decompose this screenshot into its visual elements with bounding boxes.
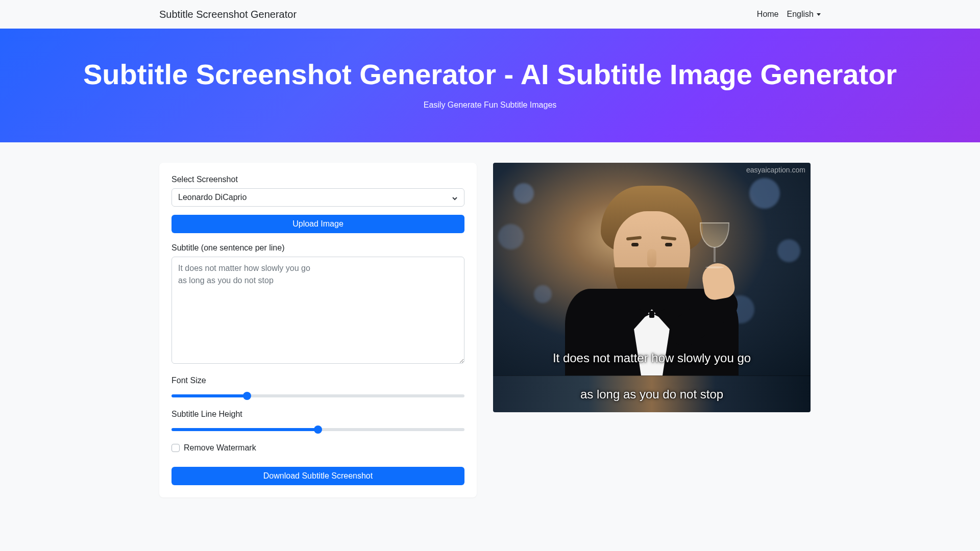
watermark-text: easyaicaption.com: [746, 166, 805, 174]
hero-subtitle: Easily Generate Fun Subtitle Images: [10, 101, 970, 110]
form-card: Select Screenshot Leonardo DiCaprio Uplo…: [159, 163, 477, 497]
subtitle-textarea[interactable]: [172, 257, 464, 364]
person-illustration: [560, 171, 744, 375]
navbar-brand[interactable]: Subtitle Screenshot Generator: [159, 9, 297, 20]
line-height-label: Subtitle Line Height: [172, 410, 464, 419]
nav-home-link[interactable]: Home: [757, 10, 779, 19]
preview-main-frame: easyaicaption.com: [493, 163, 811, 375]
font-size-slider[interactable]: [172, 394, 464, 397]
upload-image-button[interactable]: Upload Image: [172, 215, 464, 233]
select-screenshot-label: Select Screenshot: [172, 175, 464, 184]
font-size-label: Font Size: [172, 376, 464, 385]
remove-watermark-label: Remove Watermark: [184, 443, 256, 453]
bokeh-icon: [498, 224, 524, 249]
language-dropdown[interactable]: English: [787, 10, 821, 19]
screenshot-select[interactable]: Leonardo DiCaprio: [172, 188, 464, 207]
language-dropdown-label: English: [787, 10, 814, 19]
bokeh-icon: [513, 183, 534, 204]
preview-strip-frame: as long as you do not stop: [493, 375, 811, 412]
caret-down-icon: [817, 13, 821, 16]
hero-banner: Subtitle Screenshot Generator - AI Subti…: [0, 29, 980, 142]
main-container: Select Screenshot Leonardo DiCaprio Uplo…: [159, 142, 821, 518]
bokeh-icon: [777, 239, 800, 262]
subtitle-label: Subtitle (one sentence per line): [172, 243, 464, 253]
hero-title: Subtitle Screenshot Generator - AI Subti…: [10, 57, 970, 91]
bokeh-icon: [534, 285, 552, 303]
line-height-slider[interactable]: [172, 428, 464, 431]
download-button[interactable]: Download Subtitle Screenshot: [172, 467, 464, 485]
bokeh-icon: [749, 178, 780, 209]
screenshot-select-value: Leonardo DiCaprio: [178, 193, 247, 202]
preview-subtitle-line-2: as long as you do not stop: [580, 387, 723, 402]
remove-watermark-checkbox[interactable]: [172, 444, 180, 452]
preview-subtitle-line-1: It does not matter how slowly you go: [493, 351, 811, 365]
preview-image: easyaicaption.com: [493, 163, 811, 412]
chevron-down-icon: [452, 194, 458, 201]
navbar: Subtitle Screenshot Generator Home Engli…: [0, 0, 980, 29]
